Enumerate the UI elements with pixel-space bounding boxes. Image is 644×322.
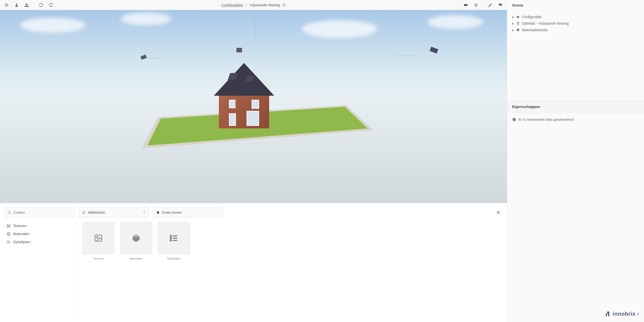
layers-button[interactable] bbox=[496, 1, 505, 10]
house-model bbox=[214, 63, 277, 128]
category-texturen[interactable]: Texturen bbox=[4, 222, 74, 230]
svg-line-17 bbox=[477, 4, 477, 4]
undo-icon bbox=[39, 3, 43, 7]
category-materialen[interactable]: Materialen bbox=[4, 230, 74, 238]
svg-point-35 bbox=[7, 242, 7, 242]
asset-item-materialen[interactable]: Materialen bbox=[120, 222, 152, 318]
list-icon bbox=[7, 240, 11, 244]
category-optielijsten[interactable]: Optielijsten bbox=[4, 238, 74, 246]
svg-rect-50 bbox=[517, 30, 519, 31]
undo-button[interactable] bbox=[36, 1, 46, 10]
camera-button[interactable] bbox=[461, 1, 470, 10]
breadcrumb-current: Vrijstaande Woning bbox=[250, 3, 280, 7]
svg-point-9 bbox=[475, 4, 477, 6]
stop-icon bbox=[156, 211, 160, 214]
svg-line-22 bbox=[10, 213, 11, 214]
sun-icon bbox=[474, 3, 478, 7]
marker-object bbox=[140, 55, 147, 60]
unlock-icon[interactable] bbox=[282, 3, 286, 7]
menu-button[interactable] bbox=[2, 1, 11, 10]
tree-item-label: Materiaalwissels bbox=[522, 28, 548, 32]
brand-logo: innobrix ® bbox=[604, 310, 639, 317]
view-label: Grote iconen bbox=[162, 210, 182, 214]
breadcrumb-root-link[interactable]: Configurables bbox=[221, 3, 243, 7]
guide-line bbox=[395, 55, 418, 56]
image-icon bbox=[7, 224, 11, 228]
svg-marker-23 bbox=[144, 211, 145, 212]
svg-point-42 bbox=[170, 235, 172, 237]
svg-point-43 bbox=[170, 238, 172, 239]
swatch-icon bbox=[516, 28, 520, 32]
tree-item-label: Configurable bbox=[522, 15, 542, 19]
scene-tree: ▶ Configurable ▶ Optielijst - Vrijstaand… bbox=[507, 11, 644, 101]
guide-line bbox=[255, 10, 255, 43]
cloud-decoration bbox=[20, 18, 86, 33]
search-icon bbox=[7, 210, 11, 214]
svg-point-21 bbox=[8, 211, 10, 213]
asset-item-optielijsten[interactable]: Optielijsten bbox=[157, 222, 190, 318]
toolbar-divider bbox=[483, 3, 483, 8]
asset-sidebar: Texturen Materialen Optielijsten bbox=[4, 222, 77, 318]
svg-marker-8 bbox=[467, 4, 468, 6]
breadcrumb: Configurables Vrijstaande Woning bbox=[221, 3, 286, 7]
tree-item-label: Optielijst - Vrijstaande Woning bbox=[522, 21, 569, 25]
brand-name: innobrix bbox=[613, 311, 635, 317]
svg-point-53 bbox=[514, 119, 514, 119]
svg-point-5 bbox=[27, 4, 28, 5]
top-toolbar: Configurables Vrijstaande Woning bbox=[0, 0, 507, 10]
category-label: Materialen bbox=[13, 232, 29, 236]
hamburger-icon bbox=[4, 3, 9, 7]
svg-rect-6 bbox=[283, 5, 285, 6]
layers-icon bbox=[498, 3, 503, 7]
tools-button[interactable] bbox=[486, 1, 495, 10]
close-panel-button[interactable] bbox=[494, 208, 503, 217]
search-input[interactable] bbox=[13, 210, 71, 214]
clipboard-icon bbox=[516, 22, 520, 25]
scene-panel-header: Scene bbox=[507, 0, 644, 11]
caret-right-icon: ▶ bbox=[512, 22, 514, 25]
list-icon bbox=[169, 234, 178, 243]
sun-button[interactable] bbox=[471, 1, 480, 10]
asset-panel: Alfabetisch Grote iconen Texturen bbox=[0, 203, 507, 322]
cube-icon bbox=[7, 232, 11, 236]
cloud-decoration bbox=[121, 13, 171, 25]
sort-updown-icon bbox=[143, 211, 146, 214]
asset-item-label: Texturen bbox=[93, 257, 104, 260]
image-icon bbox=[94, 234, 103, 243]
category-label: Texturen bbox=[13, 224, 27, 228]
svg-point-44 bbox=[170, 240, 172, 241]
camera-icon bbox=[464, 3, 468, 7]
search-box[interactable] bbox=[4, 207, 74, 218]
svg-line-14 bbox=[475, 4, 475, 4]
svg-rect-7 bbox=[464, 4, 467, 6]
tools-icon bbox=[488, 3, 493, 7]
svg-rect-25 bbox=[157, 211, 159, 213]
sort-select[interactable]: Alfabetisch bbox=[78, 207, 149, 218]
redo-icon bbox=[49, 3, 53, 7]
home-icon bbox=[516, 15, 520, 19]
svg-point-38 bbox=[97, 237, 98, 238]
close-icon bbox=[496, 210, 501, 215]
tree-item-configurable[interactable]: ▶ Configurable bbox=[511, 14, 640, 20]
tree-item-materiaalwissels[interactable]: ▶ Materiaalwissels bbox=[511, 27, 640, 33]
asset-grid: Texturen Materialen Optielijsten bbox=[77, 222, 190, 318]
svg-rect-46 bbox=[517, 22, 518, 22]
asset-item-label: Materialen bbox=[130, 257, 142, 260]
asset-item-texturen[interactable]: Texturen bbox=[82, 222, 115, 318]
user-button[interactable] bbox=[12, 1, 21, 10]
viewport-3d[interactable] bbox=[0, 10, 507, 203]
svg-marker-24 bbox=[144, 213, 145, 213]
tree-item-optielijst[interactable]: ▶ Optielijst - Vrijstaande Woning bbox=[511, 20, 640, 27]
caret-right-icon: ▶ bbox=[512, 16, 514, 18]
svg-point-29 bbox=[8, 225, 9, 226]
svg-rect-52 bbox=[514, 119, 514, 121]
view-select[interactable]: Grote iconen bbox=[153, 207, 223, 218]
svg-point-3 bbox=[16, 4, 17, 5]
marker-object bbox=[236, 48, 242, 52]
svg-line-16 bbox=[475, 6, 475, 6]
redo-button[interactable] bbox=[47, 1, 56, 10]
cloud-decoration bbox=[302, 20, 377, 38]
brand-mark-icon bbox=[604, 310, 611, 317]
category-label: Optielijsten bbox=[13, 240, 30, 244]
users-button[interactable] bbox=[22, 1, 31, 10]
